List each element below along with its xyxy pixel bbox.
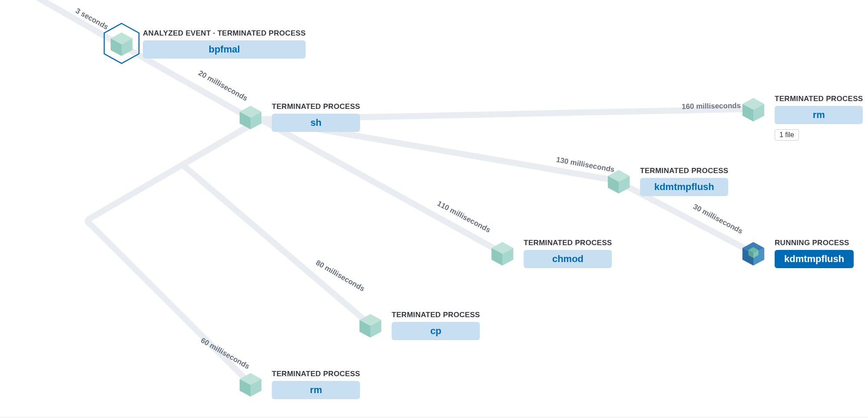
process-tree-canvas: svg.edges[data-name="edges-layer"]{displ…: [0, 0, 868, 420]
cube-terminated-icon: [357, 312, 384, 338]
cube-terminated-icon: [605, 167, 632, 194]
process-name-pill[interactable]: chmod: [524, 250, 612, 268]
process-name-pill[interactable]: cp: [392, 322, 480, 340]
node-cp[interactable]: TERMINATED PROCESS cp: [355, 310, 480, 340]
divider: [0, 417, 868, 417]
process-cube-icon: [604, 166, 634, 196]
node-sh[interactable]: TERMINATED PROCESS sh: [235, 102, 360, 132]
node-caption: TERMINATED PROCESS: [524, 239, 612, 247]
process-name-pill[interactable]: rm: [775, 106, 863, 124]
cube-running-icon: [740, 240, 767, 266]
node-caption: TERMINATED PROCESS: [272, 370, 360, 378]
node-caption: RUNNING PROCESS: [775, 239, 854, 247]
node-rm-top[interactable]: TERMINATED PROCESS rm 1 file: [738, 94, 863, 141]
cube-terminated-icon: [237, 103, 264, 130]
node-rm-bottom[interactable]: TERMINATED PROCESS rm: [235, 369, 360, 399]
process-cube-icon: [738, 94, 769, 124]
edge-label: 160 milliseconds: [682, 102, 741, 111]
process-cube-icon: [355, 310, 386, 340]
node-caption: TERMINATED PROCESS: [775, 95, 863, 103]
process-cube-icon: [487, 238, 518, 268]
node-caption: ANALYZED EVENT · TERMINATED PROCESS: [143, 29, 306, 38]
edge-label: 20 milliseconds: [197, 69, 249, 103]
edge-label: 60 milliseconds: [199, 336, 251, 371]
node-kdmtmpflush-running[interactable]: RUNNING PROCESS kdmtmpflush: [738, 238, 854, 268]
cube-terminated-icon: [108, 30, 135, 57]
process-cube-icon: [235, 369, 266, 399]
process-name-pill[interactable]: kdmtmpflush: [775, 250, 854, 268]
node-caption: TERMINATED PROCESS: [640, 167, 728, 175]
cube-terminated-icon: [740, 95, 767, 122]
file-count-badge[interactable]: 1 file: [775, 129, 799, 141]
edge-label: 80 milliseconds: [314, 259, 366, 294]
process-name-pill[interactable]: bpfmal: [143, 40, 306, 59]
node-bpfmal[interactable]: ANALYZED EVENT · TERMINATED PROCESS bpfm…: [106, 28, 306, 59]
node-caption: TERMINATED PROCESS: [392, 311, 480, 319]
edge-label: 110 milliseconds: [436, 199, 492, 235]
cube-terminated-icon: [237, 371, 264, 397]
node-kdmtmpflush-terminated[interactable]: TERMINATED PROCESS kdmtmpflush: [604, 166, 728, 196]
node-caption: TERMINATED PROCESS: [272, 102, 360, 111]
process-name-pill[interactable]: kdmtmpflush: [640, 178, 728, 196]
edge-label: 3 seconds: [74, 7, 109, 32]
process-name-pill[interactable]: rm: [272, 381, 360, 399]
edge-label: 30 milliseconds: [692, 202, 744, 236]
node-chmod[interactable]: TERMINATED PROCESS chmod: [487, 238, 612, 268]
cube-terminated-icon: [489, 240, 516, 266]
process-name-pill[interactable]: sh: [272, 114, 360, 132]
process-cube-icon: [738, 238, 769, 268]
process-cube-icon: [106, 28, 137, 59]
process-cube-icon: [235, 102, 266, 132]
